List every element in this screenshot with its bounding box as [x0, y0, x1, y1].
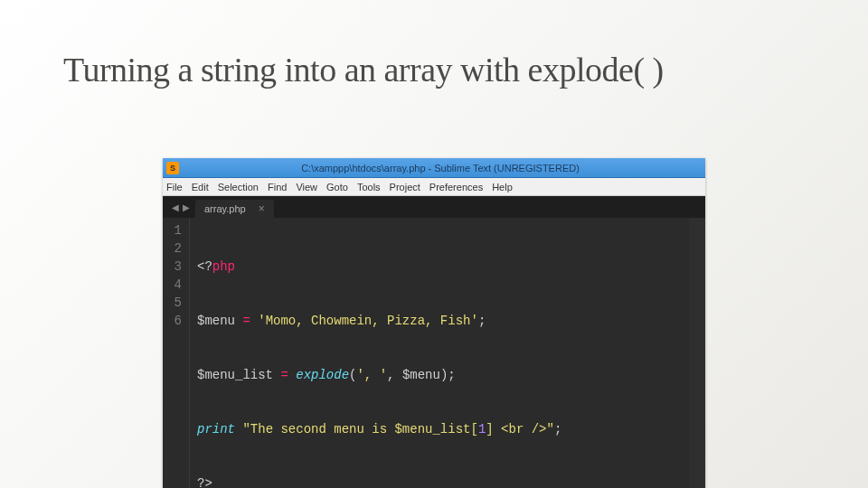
- menu-project[interactable]: Project: [390, 182, 420, 192]
- menubar: File Edit Selection Find View Goto Tools…: [163, 178, 705, 196]
- tab-label: array.php: [204, 203, 246, 214]
- line-number: 4: [163, 276, 182, 294]
- sublime-icon: S: [166, 162, 179, 174]
- nav-forward-icon[interactable]: ▶: [183, 202, 190, 212]
- window-title: C:\xamppp\htdocs\array.php - Sublime Tex…: [179, 163, 702, 174]
- minimap[interactable]: [689, 218, 705, 488]
- line-number: 6: [163, 312, 182, 330]
- menu-help[interactable]: Help: [492, 182, 513, 192]
- menu-goto[interactable]: Goto: [326, 182, 348, 192]
- editor-window: S C:\xamppp\htdocs\array.php - Sublime T…: [163, 158, 705, 488]
- code-line: $menu_list = explode(', ', $menu);: [197, 366, 561, 384]
- menu-view[interactable]: View: [296, 182, 317, 192]
- menu-file[interactable]: File: [166, 182, 183, 192]
- line-number: 3: [163, 258, 182, 276]
- menu-edit[interactable]: Edit: [192, 182, 209, 192]
- menu-find[interactable]: Find: [268, 182, 287, 192]
- nav-arrows: ◀ ▶: [166, 196, 195, 218]
- line-number: 1: [163, 221, 182, 239]
- tabbar: ◀ ▶ array.php ×: [163, 196, 705, 218]
- code-line: $menu = 'Momo, Chowmein, Pizza, Fish';: [197, 312, 561, 330]
- code-line: <?php: [197, 258, 561, 276]
- titlebar: S C:\xamppp\htdocs\array.php - Sublime T…: [163, 158, 705, 178]
- code-content[interactable]: <?php $menu = 'Momo, Chowmein, Pizza, Fi…: [190, 218, 569, 488]
- code-line: print "The second menu is $menu_list[1] …: [197, 420, 561, 438]
- menu-selection[interactable]: Selection: [218, 182, 259, 192]
- gutter: 1 2 3 4 5 6: [163, 218, 190, 488]
- line-number: 5: [163, 294, 182, 312]
- close-icon[interactable]: ×: [259, 203, 265, 214]
- tab-array-php[interactable]: array.php ×: [195, 200, 274, 218]
- nav-back-icon[interactable]: ◀: [172, 202, 179, 212]
- menu-tools[interactable]: Tools: [357, 182, 381, 192]
- code-line: ?>: [197, 474, 561, 488]
- slide-title: Turning a string into an array with expl…: [63, 50, 664, 89]
- code-area[interactable]: 1 2 3 4 5 6 <?php $menu = 'Momo, Chowmei…: [163, 218, 705, 488]
- line-number: 2: [163, 239, 182, 258]
- menu-preferences[interactable]: Preferences: [429, 182, 483, 192]
